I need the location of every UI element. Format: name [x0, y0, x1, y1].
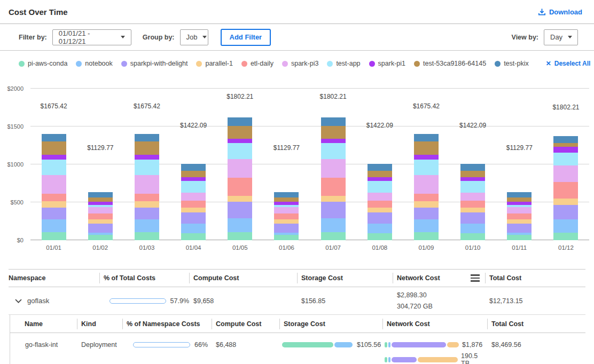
bar-segment-test-53ca9186-64145: [274, 197, 299, 202]
bar-total-label: $1675.42: [41, 102, 67, 110]
bar-01-12[interactable]: $1802.21: [553, 114, 578, 240]
legend-item-sparkpi-with-delight[interactable]: sparkpi-with-delight: [121, 60, 188, 67]
workload-header-row: Name Kind % of Namespace Costs Compute C…: [10, 315, 585, 333]
y-tick-label: $500: [0, 199, 24, 205]
bar-01-11[interactable]: $1129.77: [507, 155, 532, 240]
group-by-select[interactable]: Job: [180, 29, 208, 45]
bar-segment-etl-daily: [460, 201, 485, 207]
x-tick-label: 01/05: [217, 244, 263, 251]
bar-segment-test-pkix: [135, 134, 159, 141]
col-namespace: Namespace: [9, 270, 99, 287]
bar-segment-spark-pi1: [460, 177, 485, 181]
bar-01-10[interactable]: $1422.09: [460, 132, 485, 240]
legend-item-pi-aws-conda[interactable]: pi-aws-conda: [19, 60, 67, 67]
view-by-label: View by:: [512, 34, 538, 41]
add-filter-button[interactable]: Add Filter: [221, 29, 271, 46]
legend-item-notebook[interactable]: notebook: [76, 60, 112, 67]
col-storage: Storage Cost: [297, 270, 393, 287]
bar-segment-pi-aws-conda: [414, 232, 439, 240]
legend-swatch-icon: [414, 61, 420, 67]
bar-segment-test-pkix: [460, 164, 485, 171]
compute-cost-value: $9,658: [189, 297, 297, 305]
group-by-value: Job: [186, 33, 198, 41]
bar-segment-parallel-1: [88, 219, 113, 224]
pct-namespace-bar: [133, 342, 190, 347]
chart-plot: $1675.42$1129.77$1675.42$1422.09$1802.21…: [30, 89, 589, 240]
pct-namespace-cell: 66%: [122, 339, 212, 351]
total-cost-value: $12,713.15: [485, 297, 585, 305]
bar-segment-etl-daily: [414, 194, 439, 201]
bar-segment-sparkpi-with-delight: [181, 212, 206, 224]
bar-segment-notebook: [414, 219, 439, 232]
date-range-select[interactable]: 01/01/21 - 01/12/21: [52, 29, 131, 45]
bar-segment-spark-pi1: [414, 155, 439, 160]
bar-segment-notebook: [181, 224, 206, 234]
bar-segment-sparkpi-with-delight: [321, 202, 346, 219]
bar-total-label: $1129.77: [87, 144, 113, 152]
col-storage: Storage Cost: [279, 315, 382, 333]
bar-segment-notebook: [553, 219, 578, 233]
bar-01-02[interactable]: $1129.77: [88, 155, 113, 240]
deselect-all-button[interactable]: ✕ Deselect All: [546, 60, 591, 67]
bar-segment-spark-pi3: [321, 159, 346, 178]
bar-total-label: $1422.09: [366, 122, 393, 129]
bar-01-07[interactable]: $1802.21: [321, 104, 346, 240]
bar-segment-test-53ca9186-64145: [460, 171, 485, 177]
bar-segment-sparkpi-with-delight: [460, 212, 485, 224]
col-pct-total: % of Total Costs: [99, 270, 189, 287]
bar-01-08[interactable]: $1422.09: [368, 132, 392, 240]
x-tick-label: 01/10: [450, 244, 496, 251]
bar-segment-etl-daily: [135, 194, 159, 201]
filter-bar: Filter by: 01/01/21 - 01/12/21 Group by:…: [0, 24, 594, 51]
bar-segment-test-pkix: [274, 192, 299, 198]
col-total: Total Cost: [485, 270, 585, 287]
namespace-name: goflask: [27, 297, 49, 305]
workload-row: go-flask-int Deployment 66% $6,488 $105.…: [10, 333, 585, 364]
bar-segment-notebook: [228, 218, 252, 232]
bar-segment-parallel-1: [274, 219, 299, 224]
legend-item-parallel-1[interactable]: parallel-1: [196, 60, 232, 67]
legend-swatch-icon: [495, 61, 501, 67]
col-compute: Compute Cost: [212, 315, 279, 333]
bar-segment-pi-aws-conda: [42, 232, 66, 240]
bar-segment-test-53ca9186-64145: [228, 126, 252, 139]
y-tick-label: $1000: [0, 161, 24, 168]
bar-segment-test-53ca9186-64145: [321, 126, 346, 139]
storage-cost-value: $105.56: [357, 341, 381, 349]
bar-segment-test-pkix: [368, 164, 392, 171]
view-by-select[interactable]: Day: [544, 29, 578, 45]
bar-01-05[interactable]: $1802.21: [228, 104, 252, 240]
legend-item-spark-pi3[interactable]: spark-pi3: [282, 60, 318, 67]
download-button[interactable]: Download: [538, 8, 582, 16]
bar-01-04[interactable]: $1422.09: [181, 132, 206, 240]
bar-segment-test-app: [135, 160, 159, 175]
network-volume-bar: [385, 357, 458, 362]
bar-01-06[interactable]: $1129.77: [274, 155, 299, 240]
close-icon: ✕: [546, 60, 551, 67]
y-tick-label: $0: [0, 237, 24, 243]
namespace-expander[interactable]: goflask: [9, 297, 99, 305]
view-by-value: Day: [550, 33, 562, 41]
bar-01-09[interactable]: $1675.42: [414, 113, 439, 240]
bar-segment-test-app: [42, 160, 66, 175]
titlebar: Cost Over Time Download: [0, 0, 594, 24]
bar-segment-test-53ca9186-64145: [553, 143, 578, 147]
bar-segment-parallel-1: [414, 201, 439, 208]
legend-swatch-icon: [76, 61, 82, 67]
deselect-all-label: Deselect All: [554, 60, 591, 67]
column-menu-icon[interactable]: [471, 274, 480, 281]
legend-item-test-53ca9186-64145[interactable]: test-53ca9186-64145: [414, 60, 486, 67]
legend-item-test-pkix[interactable]: test-pkix: [495, 60, 529, 67]
y-axis: $0$500$1000$1500$2000: [0, 89, 26, 240]
legend-item-spark-pi1[interactable]: spark-pi1: [369, 60, 405, 67]
bar-segment-pi-aws-conda: [88, 235, 113, 240]
bar-segment-test-app: [460, 181, 485, 193]
bar-01-01[interactable]: $1675.42: [42, 113, 66, 240]
network-cost-cell: $2,898.30 304,720 GB: [393, 291, 485, 311]
legend-item-etl-daily[interactable]: etl-daily: [241, 60, 273, 67]
bar-segment-test-app: [228, 143, 252, 159]
x-tick-label: 01/01: [30, 244, 77, 251]
bar-01-03[interactable]: $1675.42: [135, 113, 159, 240]
legend-item-test-app[interactable]: test-app: [327, 60, 360, 67]
x-tick-label: 01/12: [543, 244, 589, 251]
